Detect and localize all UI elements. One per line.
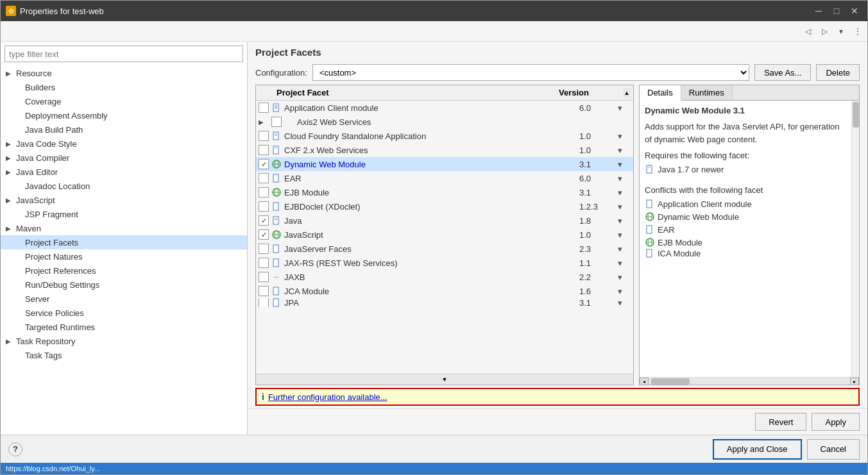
checkbox-jsf[interactable] (259, 244, 269, 254)
expand-arrow-icon: ▶ (6, 225, 15, 232)
table-row[interactable]: ✓ Java 1.8 ▾ (256, 213, 633, 228)
sidebar-item-javadoc-location[interactable]: Javadoc Location (1, 179, 247, 193)
sidebar-item-javascript[interactable]: ▶ JavaScript (1, 193, 247, 207)
row-version: 1.8 (579, 216, 618, 226)
sidebar-item-targeted-runtimes[interactable]: Targeted Runtimes (1, 320, 247, 334)
expand-arrow-icon: ▶ (6, 197, 15, 204)
table-row[interactable]: Application Client module 6.0 ▾ (256, 101, 633, 115)
checkbox-ejbdoclet[interactable] (259, 201, 269, 212)
sidebar-item-project-natures[interactable]: Project Natures (1, 249, 247, 263)
delete-button[interactable]: Delete (816, 64, 860, 81)
table-row[interactable]: EAR 6.0 ▾ (256, 171, 633, 185)
checkbox-axis2[interactable] (271, 117, 282, 127)
sidebar-item-maven[interactable]: ▶ Maven (1, 221, 247, 235)
sidebar-item-service-policies[interactable]: Service Policies (1, 306, 247, 320)
sidebar-item-java-code-style[interactable]: ▶ Java Code Style (1, 137, 247, 151)
facets-scroll-area: Application Client module 6.0 ▾ ▶ Axis2 … (256, 101, 633, 374)
title-controls: ─ □ ✕ (811, 3, 862, 19)
panel-title: Project Facets (255, 47, 321, 58)
sidebar-item-task-repository[interactable]: ▶ Task Repository (1, 334, 247, 348)
conflict-label: Application Client module (658, 199, 752, 209)
cancel-button[interactable]: Cancel (807, 439, 860, 460)
table-row[interactable]: JAX-RS (REST Web Services) 1.1 ▾ (256, 256, 633, 270)
table-row[interactable]: EJB Module 3.1 ▾ (256, 185, 633, 199)
tab-runtimes[interactable]: Runtimes (681, 85, 733, 100)
table-row[interactable]: EJBDoclet (XDoclet) 1.2.3 ▾ (256, 199, 633, 213)
sidebar-item-server[interactable]: Server (1, 292, 247, 306)
sidebar-item-task-tags[interactable]: Task Tags (1, 348, 247, 362)
minimize-button[interactable]: ─ (811, 3, 826, 19)
globe-icon (271, 187, 282, 197)
back-button[interactable]: ◁ (801, 24, 815, 38)
checkbox-application-client[interactable] (259, 103, 269, 113)
page-icon (645, 199, 655, 209)
tree-area: ▶ Resource Builders Coverage Deployment … (1, 66, 247, 435)
table-row[interactable]: Cloud Foundry Standalone Application 1.0… (256, 129, 633, 143)
checkbox-jaxrs[interactable] (259, 258, 269, 268)
checkbox-ear[interactable] (259, 173, 269, 183)
kebab-menu-button[interactable]: ⋮ (851, 24, 865, 38)
svg-rect-26 (647, 165, 652, 173)
sidebar-item-java-compiler[interactable]: ▶ Java Compiler (1, 151, 247, 165)
sidebar-item-deployment-assembly[interactable]: Deployment Assembly (1, 108, 247, 122)
right-panel-header: Project Facets (248, 42, 867, 60)
maximize-button[interactable]: □ (829, 3, 844, 19)
revert-button[interactable]: Revert (755, 413, 806, 431)
checkbox-cxf[interactable] (259, 145, 269, 155)
scroll-down-button[interactable]: ▼ (256, 374, 633, 385)
tab-details[interactable]: Details (640, 85, 681, 101)
apply-button[interactable]: Apply (812, 413, 860, 431)
svg-rect-32 (647, 226, 652, 233)
table-row[interactable]: JPA 3.1 ▾ (256, 298, 633, 307)
row-label: CXF 2.x Web Services (284, 146, 579, 155)
checkbox-javascript[interactable]: ✓ (259, 229, 269, 240)
svg-rect-22 (273, 245, 278, 253)
help-button[interactable]: ? (8, 442, 22, 456)
scroll-right-btn[interactable]: ▸ (850, 378, 859, 385)
checkbox-jca[interactable] (259, 286, 269, 296)
sidebar-item-jsp-fragment[interactable]: JSP Fragment (1, 207, 247, 221)
sidebar-item-run-debug-settings[interactable]: Run/Debug Settings (1, 278, 247, 292)
checkbox-java[interactable]: ✓ (259, 215, 269, 226)
details-scrollbar[interactable] (851, 101, 859, 377)
checkbox-cloud-foundry[interactable] (259, 131, 269, 141)
close-button[interactable]: ✕ (847, 3, 862, 19)
row-dot: ▾ (618, 258, 631, 268)
table-row[interactable]: JCA Module 1.6 ▾ (256, 284, 633, 298)
expand-arrow-icon: ▶ (6, 338, 15, 345)
apply-and-close-button[interactable]: Apply and Close (713, 439, 802, 460)
table-row[interactable]: ✓ JavaScript 1.0 ▾ (256, 228, 633, 242)
save-as-button[interactable]: Save As... (754, 64, 812, 81)
menu-dropdown-button[interactable]: ▾ (834, 24, 848, 38)
forward-button[interactable]: ▷ (817, 24, 831, 38)
table-row[interactable]: ↔ JAXB 2.2 ▾ (256, 270, 633, 284)
scroll-left-btn[interactable]: ◂ (640, 378, 649, 385)
row-dot: ▾ (618, 230, 631, 240)
checkbox-jpa[interactable] (259, 298, 269, 307)
row-label: JPA (284, 298, 579, 307)
details-conflicts-label: Conflicts with the following facet (645, 185, 846, 195)
checkbox-ejb-module[interactable] (259, 187, 269, 197)
sidebar-item-java-build-path[interactable]: Java Build Path (1, 122, 247, 137)
config-select[interactable]: <custom> (312, 64, 749, 81)
details-description: Adds support for the Java Servlet API, f… (645, 121, 846, 146)
checkbox-jaxb[interactable] (259, 272, 269, 282)
table-row[interactable]: ▶ Axis2 Web Services (256, 115, 633, 129)
sidebar-item-java-editor[interactable]: ▶ Java Editor (1, 165, 247, 179)
scroll-up-button[interactable]: ▲ (623, 88, 631, 98)
sidebar-item-project-facets[interactable]: Project Facets (1, 235, 247, 249)
sidebar-item-resource[interactable]: ▶ Resource (1, 66, 247, 80)
filter-input[interactable] (4, 46, 243, 62)
page-icon (271, 215, 282, 226)
row-version: 6.0 (579, 103, 618, 113)
table-row[interactable]: JavaServer Faces 2.3 ▾ (256, 242, 633, 256)
sidebar-item-builders[interactable]: Builders (1, 80, 247, 94)
table-row[interactable]: CXF 2.x Web Services 1.0 ▾ (256, 143, 633, 157)
further-config-link[interactable]: Further configuration available... (268, 392, 387, 402)
sidebar-item-project-references[interactable]: Project References (1, 263, 247, 278)
checkbox-dynamic-web-module[interactable]: ✓ (259, 159, 269, 169)
row-dot: ▾ (618, 131, 631, 141)
sidebar-item-coverage[interactable]: Coverage (1, 94, 247, 108)
row-dot: ▾ (618, 188, 631, 197)
table-row-dynamic-web-module[interactable]: ✓ Dynamic Web Module 3.1 ▾ (256, 157, 633, 171)
